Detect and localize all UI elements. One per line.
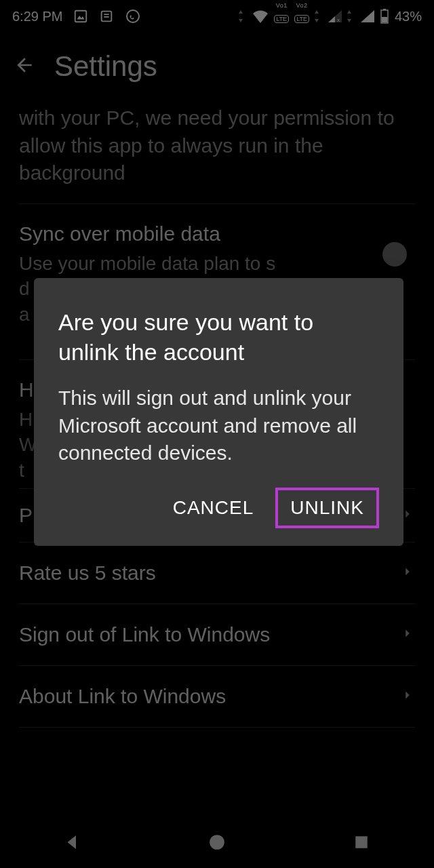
svg-marker-11	[328, 16, 335, 22]
unlink-button[interactable]: UNLINK	[275, 488, 379, 528]
about-row[interactable]: About Link to Windows	[19, 666, 415, 728]
sync-toggle[interactable]	[382, 242, 407, 267]
svg-rect-21	[355, 836, 368, 848]
chevron-right-icon	[400, 688, 415, 705]
nav-recent-icon[interactable]	[351, 832, 372, 855]
svg-marker-15	[361, 10, 374, 22]
background-permission-text: with your PC, we need your permission to…	[19, 104, 415, 187]
feedback-label: P	[19, 504, 33, 527]
back-arrow-icon[interactable]	[14, 54, 35, 79]
dialog-title: Are you sure you want to unlink the acco…	[58, 308, 379, 367]
svg-point-5	[127, 10, 139, 22]
sim1-lte-icon: Vo1LTE	[274, 9, 289, 24]
svg-rect-0	[75, 11, 87, 22]
svg-rect-17	[383, 9, 386, 10]
whatsapp-icon	[125, 8, 141, 24]
status-time: 6:29 PM	[12, 9, 62, 24]
unlink-dialog: Are you sure you want to unlink the acco…	[34, 278, 403, 546]
data-arrows-icon	[347, 10, 355, 22]
chevron-right-icon	[400, 626, 415, 644]
nav-back-icon[interactable]	[62, 832, 83, 855]
battery-icon	[380, 9, 389, 24]
battery-percent: 43%	[395, 9, 422, 24]
svg-marker-7	[239, 19, 243, 22]
signout-row[interactable]: Sign out of Link to Windows	[19, 604, 415, 666]
svg-marker-1	[77, 16, 85, 20]
signal-1-icon: x	[328, 10, 342, 22]
svg-point-20	[210, 835, 224, 850]
gallery-icon	[73, 9, 88, 24]
data-arrows-icon	[239, 10, 247, 22]
nav-home-icon[interactable]	[208, 833, 226, 854]
svg-marker-6	[239, 10, 243, 14]
rate-label: Rate us 5 stars	[19, 561, 156, 585]
sync-title: Sync over mobile data	[19, 220, 415, 247]
svg-marker-13	[347, 10, 351, 14]
svg-text:x: x	[337, 17, 340, 22]
sim2-lte-icon: Vo2LTE	[294, 9, 309, 24]
svg-marker-9	[315, 19, 319, 22]
news-icon	[99, 9, 114, 24]
signal-2-icon	[361, 10, 374, 22]
wifi-icon	[252, 9, 269, 23]
status-bar: 6:29 PM Vo1LTE Vo2LTE x 43%	[0, 0, 434, 33]
chevron-right-icon	[400, 564, 415, 582]
cancel-button[interactable]: CANCEL	[159, 488, 268, 528]
svg-marker-14	[347, 19, 351, 22]
page-title: Settings	[54, 50, 157, 83]
navigation-bar	[0, 819, 434, 868]
rate-row[interactable]: Rate us 5 stars	[19, 542, 415, 604]
data-arrows-icon	[315, 10, 323, 22]
app-header: Settings	[0, 33, 434, 100]
background-permission-item[interactable]: with your PC, we need your permission to…	[19, 100, 415, 204]
signout-label: Sign out of Link to Windows	[19, 623, 270, 646]
about-label: About Link to Windows	[19, 685, 226, 708]
svg-rect-18	[382, 17, 387, 22]
svg-marker-19	[68, 835, 77, 849]
dialog-body: This will sign out and unlink your Micro…	[58, 384, 379, 467]
svg-marker-8	[315, 10, 319, 14]
